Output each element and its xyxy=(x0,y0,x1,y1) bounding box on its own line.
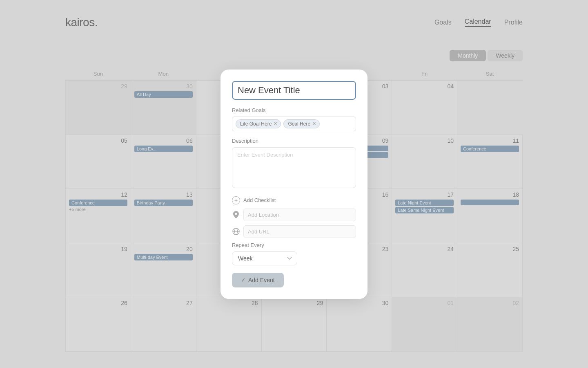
repeat-select[interactable]: Day Week Month Year xyxy=(232,251,297,265)
add-location-row xyxy=(232,209,356,221)
modal-overlay: Related Goals Life Goal Here ✕ Goal Here… xyxy=(0,0,588,368)
repeat-label: Repeat Every xyxy=(232,242,356,248)
repeat-section: Repeat Every Day Week Month Year xyxy=(232,242,356,265)
related-goals-label: Related Goals xyxy=(232,107,356,113)
goal-tag-close-1[interactable]: ✕ xyxy=(274,121,277,126)
add-checklist-icon: + xyxy=(232,196,240,204)
url-icon xyxy=(232,227,240,236)
add-checklist-row[interactable]: + Add Checklist xyxy=(232,196,356,204)
goal-tag-label: Goal Here xyxy=(288,121,310,127)
location-input[interactable] xyxy=(243,209,356,221)
url-input[interactable] xyxy=(243,225,356,238)
new-event-modal: Related Goals Life Goal Here ✕ Goal Here… xyxy=(220,70,368,299)
location-icon xyxy=(232,211,240,219)
check-icon: ✓ xyxy=(241,277,246,283)
description-label: Description xyxy=(232,138,356,144)
add-event-label: Add Event xyxy=(248,277,275,283)
add-url-row xyxy=(232,225,356,238)
description-textarea[interactable] xyxy=(232,147,356,188)
add-checklist-label: Add Checklist xyxy=(243,197,276,203)
goal-tag-2[interactable]: Goal Here ✕ xyxy=(283,119,320,128)
goal-tag-label: Life Goal Here xyxy=(240,121,272,127)
goal-tag-1[interactable]: Life Goal Here ✕ xyxy=(236,119,281,128)
goals-tags-container[interactable]: Life Goal Here ✕ Goal Here ✕ xyxy=(232,117,356,131)
goal-tag-close-2[interactable]: ✕ xyxy=(312,121,316,126)
event-title-input[interactable] xyxy=(232,81,356,100)
add-event-button[interactable]: ✓ Add Event xyxy=(232,273,284,287)
